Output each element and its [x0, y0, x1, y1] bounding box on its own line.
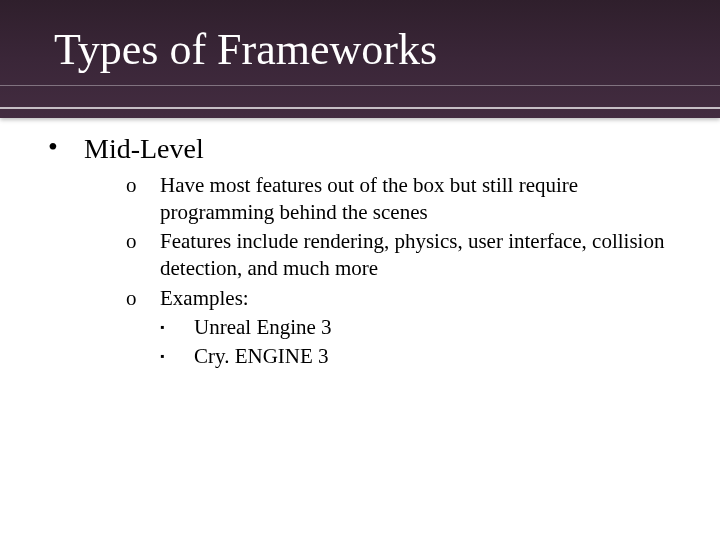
list-item-text: Features include rendering, physics, use… [160, 228, 680, 283]
slide-title: Types of Frameworks [54, 24, 437, 75]
header-rule-thick [0, 107, 720, 109]
square-marker-icon: ▪ [160, 349, 194, 376]
list-item: ▪ Cry. ENGINE 3 [160, 343, 680, 370]
list-item-text: Examples: [160, 285, 680, 312]
square-marker-icon: ▪ [160, 320, 194, 347]
list-item-text: Cry. ENGINE 3 [194, 343, 680, 370]
sublist: o Have most features out of the box but … [126, 172, 680, 371]
bullet-level1: • Mid-Level [48, 132, 680, 166]
list-item: o Examples: [126, 285, 680, 312]
bullet-text: Mid-Level [84, 132, 204, 166]
list-item: ▪ Unreal Engine 3 [160, 314, 680, 341]
circle-marker-icon: o [126, 285, 160, 312]
list-item-text: Unreal Engine 3 [194, 314, 680, 341]
circle-marker-icon: o [126, 172, 160, 227]
bullet-dot-icon: • [48, 141, 84, 152]
list-item: o Have most features out of the box but … [126, 172, 680, 227]
content-area: • Mid-Level o Have most features out of … [48, 132, 680, 373]
circle-marker-icon: o [126, 228, 160, 283]
list-item-text: Have most features out of the box but st… [160, 172, 680, 227]
header-rule-thin [0, 85, 720, 86]
list-item: o Features include rendering, physics, u… [126, 228, 680, 283]
